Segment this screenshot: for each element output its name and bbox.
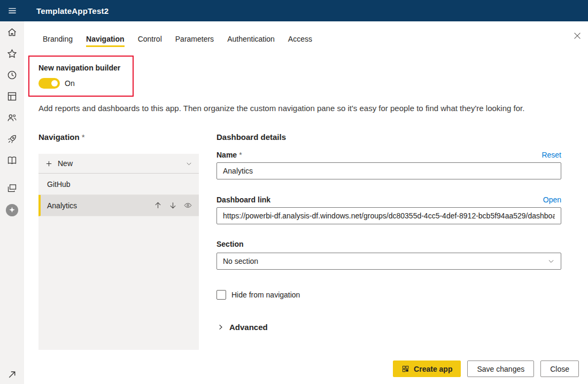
shared-with-me-icon[interactable] — [6, 112, 18, 123]
tab-navigation[interactable]: Navigation — [86, 32, 125, 47]
navigation-list: New GitHub Analytics — [38, 154, 199, 350]
move-up-icon[interactable] — [153, 201, 163, 210]
recent-icon[interactable] — [6, 69, 18, 81]
dialog-tabs: Branding Navigation Control Parameters A… — [43, 32, 312, 47]
required-marker: * — [82, 132, 85, 142]
hide-from-navigation-label: Hide from navigation — [231, 291, 300, 299]
dashboard-link-label: Dashboard link — [216, 195, 270, 204]
nav-item-analytics[interactable]: Analytics — [38, 195, 199, 216]
builder-toggle[interactable] — [38, 78, 60, 89]
close-label: Close — [550, 365, 569, 373]
menu-icon[interactable] — [0, 0, 24, 21]
navigation-heading: Navigation* — [38, 132, 85, 142]
nav-item-label: Analytics — [47, 201, 148, 210]
new-item-label: New — [58, 159, 185, 168]
name-input[interactable] — [216, 162, 561, 179]
save-changes-button[interactable]: Save changes — [467, 361, 534, 377]
section-label: Section — [216, 240, 244, 248]
required-marker: * — [239, 151, 242, 159]
save-changes-label: Save changes — [477, 365, 524, 373]
builder-toggle-label: New navigation builder — [38, 64, 120, 72]
section-selected-value: No section — [223, 257, 547, 265]
plus-icon — [45, 160, 53, 168]
learn-icon[interactable] — [6, 155, 18, 166]
chevron-down-icon — [547, 257, 555, 265]
app-icon — [401, 365, 409, 373]
page-description: Add reports and dashboards to this app. … — [38, 104, 524, 113]
hide-from-navigation-checkbox[interactable] — [216, 290, 226, 300]
name-label-text: Name — [216, 151, 237, 159]
expand-arrow-icon[interactable] — [6, 369, 18, 380]
favorites-icon[interactable] — [6, 48, 18, 59]
deployment-pipelines-icon[interactable] — [6, 134, 18, 145]
tab-authentication[interactable]: Authentication — [227, 32, 275, 47]
topbar: TemplateAppTest2 — [0, 0, 588, 21]
footer-actions: Create app Save changes Close — [393, 361, 579, 377]
workspace-avatar[interactable] — [5, 203, 19, 217]
reset-link[interactable]: Reset — [541, 151, 561, 159]
navigation-heading-text: Navigation — [38, 132, 80, 142]
open-link[interactable]: Open — [543, 195, 561, 204]
home-icon[interactable] — [6, 27, 18, 38]
advanced-expander[interactable]: Advanced — [216, 323, 268, 332]
app-title: TemplateAppTest2 — [36, 6, 109, 15]
toggle-knob — [51, 80, 58, 87]
move-down-icon[interactable] — [168, 201, 177, 210]
tab-access[interactable]: Access — [288, 32, 312, 47]
hide-from-navigation-row[interactable]: Hide from navigation — [216, 290, 300, 300]
nav-item-label: GitHub — [47, 180, 192, 189]
eye-icon[interactable] — [183, 201, 192, 210]
details-heading: Dashboard details — [216, 132, 286, 142]
close-icon[interactable] — [572, 30, 583, 41]
name-field-row: Name* Reset — [216, 151, 561, 159]
tab-branding[interactable]: Branding — [43, 32, 73, 47]
annotation-highlight — [28, 56, 134, 97]
link-field-row: Dashboard link Open — [216, 195, 561, 204]
tab-control[interactable]: Control — [138, 32, 162, 47]
tab-parameters[interactable]: Parameters — [175, 32, 214, 47]
toggle-state-text: On — [65, 79, 75, 88]
section-select[interactable]: No section — [216, 253, 561, 270]
left-sidebar — [0, 21, 24, 384]
workspaces-icon[interactable] — [6, 183, 18, 194]
section-field-row: Section — [216, 240, 561, 248]
name-label: Name* — [216, 151, 242, 159]
chevron-down-icon — [185, 160, 192, 167]
advanced-label: Advanced — [229, 323, 268, 332]
create-app-label: Create app — [414, 365, 452, 373]
new-item-button[interactable]: New — [38, 154, 199, 174]
nav-item-github[interactable]: GitHub — [38, 174, 199, 195]
create-app-button[interactable]: Create app — [393, 361, 461, 377]
apps-icon[interactable] — [6, 91, 18, 102]
dashboard-link-input[interactable] — [216, 207, 561, 224]
chevron-right-icon — [216, 323, 225, 331]
close-button[interactable]: Close — [540, 361, 579, 377]
